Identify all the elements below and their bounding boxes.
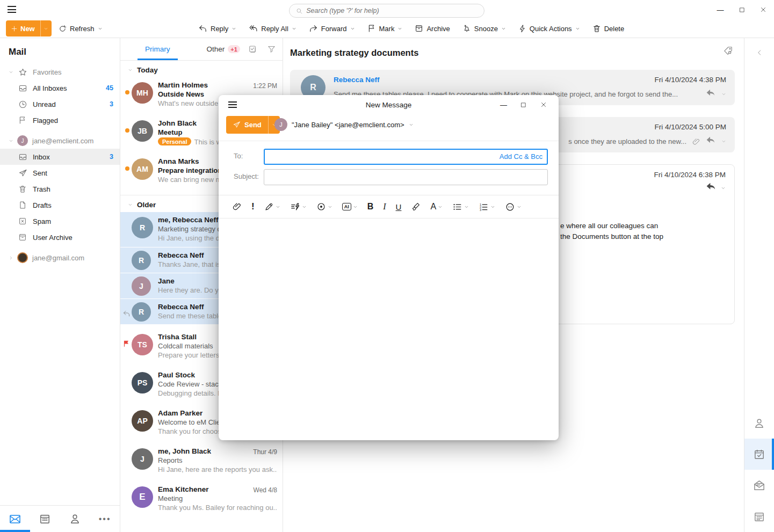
compose-close-icon[interactable] [533, 95, 553, 114]
main-toolbar: New Refresh Reply Reply All Forward Mark… [0, 19, 774, 38]
avatar: JB [132, 120, 153, 142]
rail-agenda-button[interactable] [744, 439, 774, 470]
format-painter-button[interactable] [407, 199, 424, 215]
snooze-button[interactable]: Snooze [459, 20, 510, 37]
numbered-list-button[interactable]: 123 [475, 199, 499, 215]
group-header-today[interactable]: Today [120, 61, 283, 77]
sidebar-item-sent[interactable]: Sent [0, 165, 120, 181]
search-bar[interactable] [289, 4, 484, 18]
compose-maximize-icon[interactable] [513, 95, 533, 114]
new-dropdown[interactable] [40, 20, 52, 37]
compose-titlebar[interactable]: New Message — [219, 95, 559, 114]
expand-chevron-icon[interactable] [721, 92, 726, 97]
flag-icon [18, 116, 27, 125]
module-mail-button[interactable] [0, 506, 30, 532]
sidebar-account-gmail[interactable]: jane@gmail.com [0, 250, 120, 266]
sidebar-item-user-archive[interactable]: User Archive [0, 229, 120, 245]
reply-icon[interactable] [706, 136, 716, 147]
underline-button[interactable]: U [392, 199, 406, 215]
quick-actions-button[interactable]: Quick Actions [515, 20, 584, 37]
module-more-button[interactable]: ••• [90, 506, 120, 532]
reply-icon[interactable] [706, 183, 717, 193]
delete-button[interactable]: Delete [589, 20, 628, 37]
tab-primary[interactable]: Primary [141, 38, 175, 60]
rail-contacts-button[interactable] [744, 407, 774, 439]
module-calendar-button[interactable] [30, 506, 60, 532]
other-count-badge: +1 [228, 45, 240, 53]
pen-icon [264, 202, 274, 212]
sidebar-account-emclient[interactable]: J jane@emclient.com [0, 133, 120, 149]
flag-icon [122, 340, 131, 348]
sidebar-item-spam[interactable]: Spam [0, 213, 120, 229]
tracking-button[interactable] [313, 199, 336, 215]
search-input[interactable] [306, 7, 478, 14]
compose-menu-icon[interactable] [228, 101, 237, 108]
sender-name-link[interactable]: Rebecca Neff [334, 76, 380, 84]
quick-text-button[interactable] [286, 199, 310, 215]
conversation-title: Marketing strategy documents [290, 47, 735, 58]
from-selector[interactable]: J "Jane Bailey" <jane@emclient.com> [274, 118, 414, 131]
message-date: Fri 4/10/2024 5:00 PM [654, 123, 726, 131]
close-icon[interactable] [753, 0, 774, 19]
attach-file-button[interactable] [228, 199, 245, 215]
expand-chevron-icon[interactable] [721, 186, 726, 191]
italic-button[interactable]: I [379, 199, 389, 215]
rail-mail-button[interactable] [744, 470, 774, 501]
module-contacts-button[interactable] [60, 506, 90, 532]
subject-input[interactable] [264, 169, 548, 185]
sidebar-item-flagged[interactable]: Flagged [0, 112, 120, 128]
archive-button[interactable]: Archive [411, 20, 453, 37]
unread-count: 45 [106, 84, 113, 92]
signature-button[interactable] [261, 199, 284, 215]
compose-minimize-icon[interactable]: — [494, 95, 513, 114]
reply-button[interactable]: Reply [194, 20, 240, 37]
more-options-icon [505, 202, 515, 212]
sidebar-item-all-inboxes[interactable]: All Inboxes 45 [0, 80, 120, 96]
message-row[interactable]: E Ema Kitchener Wed 4/8 Meeting Thank yo… [120, 482, 283, 520]
menu-icon[interactable] [8, 6, 16, 13]
forward-button[interactable]: Forward [305, 20, 359, 37]
reply-icon[interactable] [706, 89, 716, 99]
sidebar-item-unread[interactable]: Unread 3 [0, 96, 120, 112]
reply-all-button[interactable]: Reply All [245, 20, 300, 37]
sidebar-item-inbox[interactable]: Inbox 3 [0, 149, 120, 165]
priority-button[interactable]: ! [248, 199, 258, 215]
message-body-editor[interactable] [219, 218, 559, 431]
sidebar-item-trash[interactable]: Trash [0, 181, 120, 197]
filter-icon[interactable] [267, 45, 276, 54]
ai-assistant-button[interactable]: AI [338, 199, 361, 215]
sidebar-section-favorites[interactable]: Favorites [0, 64, 120, 80]
add-cc-bcc-link[interactable]: Add Cc & Bcc [500, 152, 542, 161]
calendar-check-icon [753, 448, 765, 461]
avatar: J [132, 276, 151, 296]
message-row[interactable]: J me, John Black Thur 4/9 Reports Hi Jan… [120, 443, 283, 482]
mark-button[interactable]: Mark [364, 20, 407, 37]
inbox-tray-icon [18, 84, 27, 93]
brush-icon [411, 202, 421, 212]
expand-chevron-icon[interactable] [721, 139, 726, 144]
sidebar-item-drafts[interactable]: Drafts [0, 197, 120, 213]
rail-calendar-button[interactable] [744, 501, 774, 532]
maximize-icon[interactable] [731, 0, 753, 19]
bold-button[interactable]: B [364, 199, 378, 215]
send-button[interactable]: Send [226, 116, 280, 134]
font-color-button[interactable]: A [426, 199, 446, 215]
new-button[interactable]: New [6, 20, 52, 37]
refresh-button[interactable]: Refresh [55, 20, 106, 37]
to-label: To: [234, 152, 243, 160]
minimize-icon[interactable]: — [710, 0, 731, 19]
message-date: Fri 4/10/2024 6:38 PM [654, 171, 726, 179]
bullet-list-button[interactable] [449, 199, 473, 215]
more-formatting-button[interactable] [501, 199, 525, 215]
tab-other[interactable]: Other +1 [202, 38, 244, 60]
sidebar-title: Mail [0, 38, 120, 64]
select-mode-icon[interactable] [248, 45, 257, 54]
message-body: e where all our colleagues can the Docum… [560, 221, 663, 242]
avatar: E [132, 486, 153, 508]
add-tag-icon[interactable] [723, 46, 733, 56]
module-switcher: ••• [0, 505, 120, 532]
calendar-grid-icon [753, 511, 765, 523]
collapse-panel-icon[interactable] [744, 49, 774, 56]
mark-flag-icon [367, 24, 376, 33]
search-icon [296, 8, 302, 14]
